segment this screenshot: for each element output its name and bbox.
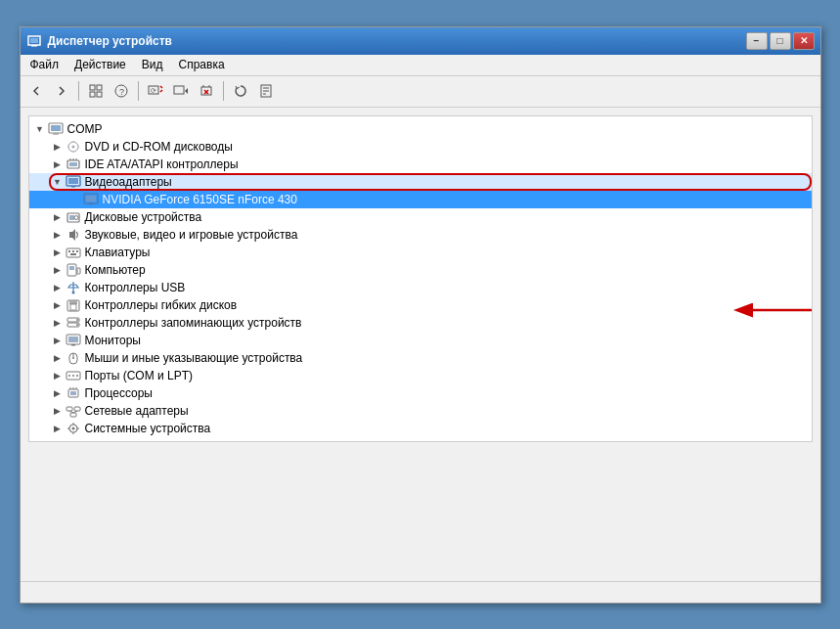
svg-point-52 bbox=[71, 291, 74, 293]
svg-rect-24 bbox=[51, 125, 61, 131]
label-usb: Контроллеры USB bbox=[85, 281, 186, 294]
svg-rect-38 bbox=[86, 196, 96, 202]
menu-help[interactable]: Справка bbox=[173, 56, 231, 73]
expander-dvd[interactable]: ▶ bbox=[51, 140, 65, 154]
svg-point-65 bbox=[72, 357, 74, 359]
tree-item-net[interactable]: ▶Сетевые адаптеры bbox=[29, 402, 812, 420]
label-comp: COMP bbox=[67, 122, 103, 136]
scan-changes-button[interactable]: ⟳ bbox=[144, 79, 167, 103]
tree-item-computer[interactable]: ▶Компьютер bbox=[29, 261, 812, 279]
tree-item-ports[interactable]: ▶Порты (COM и LPT) bbox=[29, 367, 812, 384]
tree-item-mouse[interactable]: ▶Мыши и иные указывающие устройства bbox=[29, 349, 812, 367]
svg-rect-41 bbox=[69, 215, 74, 220]
expander-cpu[interactable]: ▶ bbox=[51, 386, 65, 400]
svg-rect-2 bbox=[31, 45, 37, 47]
uninstall-button[interactable] bbox=[195, 79, 218, 103]
svg-rect-62 bbox=[71, 344, 75, 346]
svg-rect-45 bbox=[68, 250, 70, 252]
tree-item-sys[interactable]: ▶Системные устройства bbox=[29, 420, 812, 437]
expander-net[interactable]: ▶ bbox=[51, 404, 65, 418]
svg-text:?: ? bbox=[119, 87, 124, 97]
expander-sys[interactable]: ▶ bbox=[51, 422, 65, 435]
refresh-button[interactable] bbox=[229, 79, 252, 103]
tree-item-ide[interactable]: ▶IDE ATA/ATAPI контроллеры bbox=[29, 156, 812, 173]
tree-item-usb[interactable]: ▶Контроллеры USB bbox=[29, 279, 812, 296]
toolbar-separator-2 bbox=[138, 81, 139, 101]
show-grid-button[interactable] bbox=[84, 79, 108, 103]
expander-sound[interactable]: ▶ bbox=[51, 228, 65, 242]
expander-mouse[interactable]: ▶ bbox=[51, 351, 65, 365]
svg-rect-71 bbox=[70, 391, 76, 395]
svg-rect-35 bbox=[68, 178, 78, 184]
close-button[interactable]: ✕ bbox=[793, 32, 815, 50]
svg-text:⟳: ⟳ bbox=[151, 87, 156, 94]
svg-rect-55 bbox=[70, 304, 76, 310]
menu-view[interactable]: Вид bbox=[136, 56, 169, 73]
expander-usb[interactable]: ▶ bbox=[51, 281, 65, 294]
content-area: ▼COMP▶DVD и CD-ROM дисководы▶IDE ATA/ATA… bbox=[21, 108, 820, 581]
expander-ports[interactable]: ▶ bbox=[51, 369, 65, 382]
expander-video[interactable]: ▼ bbox=[51, 175, 65, 189]
icon-ports bbox=[65, 368, 82, 383]
svg-rect-4 bbox=[97, 85, 102, 90]
tree-item-sound[interactable]: ▶Звуковые, видео и игровые устройства bbox=[29, 226, 812, 244]
maximize-button[interactable]: □ bbox=[770, 32, 791, 50]
expander-keyboard[interactable]: ▶ bbox=[51, 246, 65, 259]
label-disk: Дисковые устройства bbox=[85, 210, 202, 224]
tree-item-cpu[interactable]: ▶Процессоры bbox=[29, 384, 812, 402]
icon-mouse bbox=[65, 350, 82, 366]
update-driver-button[interactable] bbox=[169, 79, 193, 103]
tree-item-video[interactable]: ▼Видеоадаптеры bbox=[29, 173, 812, 191]
back-button[interactable] bbox=[24, 79, 48, 103]
icon-comp bbox=[47, 121, 65, 137]
tree-item-storage[interactable]: ▶Контроллеры запоминающих устройств bbox=[29, 314, 812, 332]
svg-point-69 bbox=[76, 375, 78, 377]
tree-item-dvd[interactable]: ▶DVD и CD-ROM дисководы bbox=[29, 138, 812, 156]
expander-ide[interactable]: ▶ bbox=[51, 157, 65, 171]
icon-keyboard bbox=[65, 245, 82, 260]
menu-action[interactable]: Действие bbox=[68, 56, 132, 73]
label-floppy: Контроллеры гибких дисков bbox=[85, 298, 238, 312]
forward-button[interactable] bbox=[50, 79, 73, 103]
svg-rect-61 bbox=[68, 337, 78, 342]
tree-item-disk[interactable]: ▶Дисковые устройства bbox=[29, 208, 812, 226]
svg-rect-50 bbox=[69, 266, 74, 270]
menu-file[interactable]: Файл bbox=[24, 56, 66, 73]
tree-item-keyboard[interactable]: ▶Клавиатуры bbox=[29, 244, 812, 261]
expander-disk[interactable]: ▶ bbox=[51, 210, 65, 224]
tree-item-comp[interactable]: ▼COMP bbox=[29, 120, 812, 138]
svg-line-11 bbox=[160, 86, 162, 88]
svg-rect-5 bbox=[90, 92, 95, 97]
tree-item-nvidia[interactable]: NVIDIA GeForce 6150SE nForce 430 bbox=[29, 191, 812, 208]
properties-button[interactable] bbox=[254, 79, 278, 103]
tree-item-floppy[interactable]: ▶Контроллеры гибких дисков bbox=[29, 296, 812, 314]
icon-video bbox=[65, 174, 82, 190]
expander-floppy[interactable]: ▶ bbox=[51, 298, 65, 312]
svg-rect-47 bbox=[76, 250, 78, 252]
svg-rect-6 bbox=[97, 92, 102, 97]
label-sys: Системные устройства bbox=[85, 422, 211, 435]
expander-nvidia[interactable] bbox=[68, 193, 82, 206]
label-video: Видеоадаптеры bbox=[85, 175, 172, 189]
expander-computer[interactable]: ▶ bbox=[51, 263, 65, 277]
tree-item-monitors[interactable]: ▶Мониторы bbox=[29, 332, 812, 349]
expander-monitors[interactable]: ▶ bbox=[51, 334, 65, 347]
device-tree-wrapper: ▼COMP▶DVD и CD-ROM дисководы▶IDE ATA/ATA… bbox=[24, 112, 817, 577]
svg-rect-13 bbox=[174, 86, 184, 94]
title-bar: Диспетчер устройств − □ ✕ bbox=[21, 27, 820, 55]
label-sound: Звуковые, видео и игровые устройства bbox=[85, 228, 298, 242]
svg-marker-43 bbox=[69, 229, 75, 241]
svg-rect-3 bbox=[90, 85, 95, 90]
svg-rect-75 bbox=[66, 407, 72, 411]
icon-net bbox=[65, 403, 82, 419]
icon-sys bbox=[65, 421, 82, 436]
label-ide: IDE ATA/ATAPI контроллеры bbox=[85, 157, 239, 171]
expander-comp[interactable]: ▼ bbox=[33, 122, 47, 136]
label-dvd: DVD и CD-ROM дисководы bbox=[85, 140, 233, 154]
icon-nvidia bbox=[82, 192, 100, 207]
svg-point-81 bbox=[71, 427, 74, 429]
help-button[interactable]: ? bbox=[110, 79, 133, 103]
minimize-button[interactable]: − bbox=[746, 32, 768, 50]
expander-storage[interactable]: ▶ bbox=[51, 316, 65, 330]
device-tree[interactable]: ▼COMP▶DVD и CD-ROM дисководы▶IDE ATA/ATA… bbox=[28, 115, 813, 442]
